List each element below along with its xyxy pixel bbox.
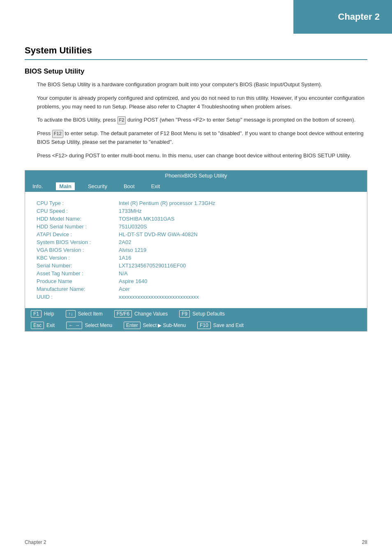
esc-key: Esc — [31, 322, 44, 329]
f12-key-icon-1: F12 — [52, 130, 63, 138]
bios-status-f10: F10 Save and Exit — [191, 320, 249, 331]
section-divider — [25, 59, 367, 60]
bios-info-label: HDD Model Name: — [35, 215, 117, 223]
bios-info-value: Aspire 1640 — [117, 277, 357, 285]
bios-menu-main[interactable]: Main — [56, 182, 75, 190]
bios-status-f1: F1 Help — [25, 308, 60, 320]
bios-info-value: HL-DT-ST DVD-RW GWA-4082N — [117, 230, 357, 238]
bios-menu-exit[interactable]: Exit — [148, 182, 164, 190]
bios-info-label: CPU Type : — [35, 199, 117, 207]
bios-menu-boot[interactable]: Boot — [120, 182, 138, 190]
bios-status-row-2: Esc Exit ← → Select Menu Enter Select ▶ … — [25, 320, 367, 331]
paragraph-5: Press <F12> during POST to enter multi-b… — [37, 152, 367, 160]
bios-info-value: TOSHIBA MK1031GAS — [117, 215, 357, 223]
bios-info-value: Acer — [117, 285, 357, 293]
bios-info-table: CPU Type :Intel (R) Pentium (R) processo… — [35, 199, 357, 301]
bios-info-row: UUID :xxxxxxxxxxxxxxxxxxxxxxxxxxxxxx — [35, 293, 357, 301]
bios-info-row: CPU Type :Intel (R) Pentium (R) processo… — [35, 199, 357, 207]
section-title: System Utilities — [25, 45, 367, 56]
bios-info-row: CPU Speed :1733MHz — [35, 207, 357, 215]
bios-info-label: Produce Name — [35, 277, 117, 285]
bios-info-row: Produce NameAspire 1640 — [35, 277, 357, 285]
bios-info-value: Intel (R) Pentium (R) processor 1.73GHz — [117, 199, 357, 207]
bios-status-arrows: ↑↓ Select Item — [60, 308, 108, 320]
paragraph-3: To activate the BIOS Utility, press F2 d… — [37, 116, 367, 124]
paragraph-1: The BIOS Setup Utility is a hardware con… — [37, 81, 367, 89]
bios-info-value: LXT123456705290116EF00 — [117, 262, 357, 269]
bios-info-row: ATAPI Device :HL-DT-ST DVD-RW GWA-4082N — [35, 230, 357, 238]
lr-arrows-label: Select Menu — [85, 322, 112, 328]
arrows-label: Select Item — [78, 311, 103, 317]
bios-info-row: Manufacturer Name:Acer — [35, 285, 357, 293]
footer-left: Chapter 2 — [25, 539, 46, 545]
bios-status-f5f6: F5/F6 Change Values — [108, 308, 174, 320]
bios-info-value: Alviso 1219 — [117, 246, 357, 254]
bios-info-row: VGA BIOS Version :Alviso 1219 — [35, 246, 357, 254]
bios-info-label: Asset Tag Number : — [35, 269, 117, 277]
bios-menu-security[interactable]: Security — [85, 182, 111, 190]
bios-status-f9: F9 Setup Defaults — [173, 308, 231, 320]
subsection-title: BIOS Setup Utility — [25, 67, 367, 76]
footer-right: 28 — [362, 539, 367, 545]
f5f6-key: F5/F6 — [114, 310, 132, 318]
f10-label: Save and Exit — [213, 322, 244, 328]
bios-status-lr-arrows: ← → Select Menu — [60, 320, 118, 331]
bios-status-row-1: F1 Help ↑↓ Select Item F5/F6 Change Valu… — [25, 308, 367, 320]
bios-info-row: System BIOS Version :2A02 — [35, 238, 357, 246]
arrows-key: ↑↓ — [66, 310, 76, 318]
bios-info-label: HDD Serial Number : — [35, 223, 117, 230]
bios-title-bar: PhoenixBIOS Setup Utility — [25, 170, 367, 181]
f1-label: Help — [44, 311, 54, 317]
f2-key-icon: F2 — [118, 116, 126, 124]
bios-info-row: HDD Serial Number :751U0320S — [35, 223, 357, 230]
bios-status-esc: Esc Exit — [25, 320, 60, 331]
bios-body: CPU Type :Intel (R) Pentium (R) processo… — [25, 192, 367, 308]
bios-status-enter: Enter Select ▶ Sub-Menu — [118, 320, 191, 331]
enter-label: Select ▶ Sub-Menu — [143, 322, 186, 328]
bios-info-label: Manufacturer Name: — [35, 285, 117, 293]
bios-info-row: HDD Model Name:TOSHIBA MK1031GAS — [35, 215, 357, 223]
enter-key: Enter — [124, 322, 141, 329]
bios-screenshot: PhoenixBIOS Setup Utility Info. Main Sec… — [25, 170, 367, 332]
bios-info-row: Asset Tag Number :N/A — [35, 269, 357, 277]
esc-label: Exit — [46, 322, 55, 328]
f10-key: F10 — [197, 322, 211, 329]
f1-key: F1 — [31, 310, 42, 318]
bios-info-label: UUID : — [35, 293, 117, 301]
bios-info-value: 1733MHz — [117, 207, 357, 215]
bios-info-value: N/A — [117, 269, 357, 277]
bios-info-label: CPU Speed : — [35, 207, 117, 215]
paragraph-2: Your computer is already properly config… — [37, 94, 367, 111]
bios-info-value: 2A02 — [117, 238, 357, 246]
bios-info-row: Serial Number:LXT123456705290116EF00 — [35, 262, 357, 269]
bios-menu-info[interactable]: Info. — [29, 182, 46, 190]
bios-info-value: xxxxxxxxxxxxxxxxxxxxxxxxxxxxxx — [117, 293, 357, 301]
bios-info-label: ATAPI Device : — [35, 230, 117, 238]
bios-info-label: VGA BIOS Version : — [35, 246, 117, 254]
f9-label: Setup Defaults — [192, 311, 225, 317]
page-footer: Chapter 2 28 — [25, 539, 367, 545]
bios-info-label: System BIOS Version : — [35, 238, 117, 246]
lr-arrows-key: ← → — [66, 322, 82, 329]
paragraph-4: Press F12 to enter setup. The default pa… — [37, 129, 367, 147]
bios-info-row: KBC Version :1A16 — [35, 254, 357, 262]
bios-info-value: 751U0320S — [117, 223, 357, 230]
f9-key: F9 — [179, 310, 190, 318]
bios-info-value: 1A16 — [117, 254, 357, 262]
bios-info-label: KBC Version : — [35, 254, 117, 262]
f5f6-label: Change Values — [134, 311, 168, 317]
bios-info-label: Serial Number: — [35, 262, 117, 269]
bios-menu-bar: Info. Main Security Boot Exit — [25, 181, 367, 192]
